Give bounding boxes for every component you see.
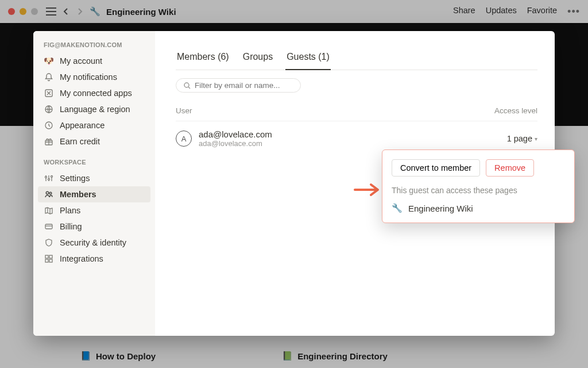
app-icon <box>44 88 54 98</box>
guest-row: A ada@lovelace.com ada@lovelace.com 1 pa… <box>176 129 537 148</box>
sliders-icon <box>44 173 54 183</box>
sidebar-account-header: FIG@MAKENOTION.COM <box>38 40 150 53</box>
grid-icon <box>44 254 54 264</box>
svg-point-7 <box>46 191 48 194</box>
tab-groups[interactable]: Groups <box>242 48 274 70</box>
column-access: Access level <box>446 106 537 115</box>
filter-input[interactable] <box>176 78 301 93</box>
wrench-icon: 🔧 <box>392 203 403 213</box>
filter-field[interactable] <box>195 81 293 90</box>
access-level-label: 1 page <box>507 134 532 143</box>
sidebar-item-label: Language & region <box>60 105 130 114</box>
clock-icon <box>44 120 54 131</box>
svg-rect-10 <box>45 255 48 258</box>
access-level-dropdown[interactable]: 1 page ▾ <box>446 134 537 143</box>
sidebar-item-label: My account <box>60 56 102 66</box>
sidebar-item-appearance[interactable]: Appearance <box>38 117 150 133</box>
search-icon <box>183 82 191 90</box>
callout-arrow-icon <box>354 183 380 197</box>
svg-point-6 <box>51 176 53 178</box>
map-icon <box>44 205 54 216</box>
sidebar-item-connected-apps[interactable]: My connected apps <box>38 85 150 101</box>
sidebar-item-label: My notifications <box>60 72 117 82</box>
column-user: User <box>176 106 446 115</box>
account-icon: 🐶 <box>44 56 54 66</box>
popover-caption: This guest can access these pages <box>392 186 565 195</box>
chevron-down-icon: ▾ <box>535 136 537 142</box>
sidebar-item-settings[interactable]: Settings <box>38 170 150 186</box>
avatar: A <box>176 131 192 147</box>
sidebar-item-label: Members <box>60 190 96 199</box>
sidebar-item-label: Earn credit <box>60 137 100 146</box>
sidebar-workspace-header: WORKSPACE <box>38 158 150 170</box>
card-icon <box>44 221 54 232</box>
settings-sidebar: FIG@MAKENOTION.COM 🐶 My account My notif… <box>33 31 155 336</box>
globe-icon <box>44 104 54 114</box>
svg-rect-11 <box>49 255 52 258</box>
sidebar-item-language[interactable]: Language & region <box>38 101 150 117</box>
tab-guests[interactable]: Guests (1) <box>285 48 331 70</box>
guest-email: ada@lovelace.com <box>199 139 446 148</box>
shield-icon <box>44 237 54 248</box>
guest-name: ada@lovelace.com <box>199 129 446 139</box>
sidebar-item-label: Security & identity <box>60 238 126 247</box>
gift-icon <box>44 136 54 147</box>
sidebar-item-billing[interactable]: Billing <box>38 218 150 235</box>
sidebar-item-label: Settings <box>60 174 90 183</box>
svg-point-8 <box>49 192 52 194</box>
sidebar-item-my-account[interactable]: 🐶 My account <box>38 53 150 69</box>
sidebar-item-notifications[interactable]: My notifications <box>38 69 150 85</box>
sidebar-item-plans[interactable]: Plans <box>38 202 150 218</box>
sidebar-item-label: Plans <box>60 206 80 215</box>
sidebar-item-label: Appearance <box>60 121 105 130</box>
sidebar-item-label: Billing <box>60 222 82 231</box>
sidebar-item-label: My connected apps <box>60 89 132 98</box>
accessible-page-link[interactable]: 🔧 Engineering Wiki <box>392 203 565 213</box>
tab-members[interactable]: Members (6) <box>176 48 230 70</box>
sidebar-item-label: Integrations <box>60 254 103 263</box>
svg-rect-13 <box>49 259 52 262</box>
sidebar-item-integrations[interactable]: Integrations <box>38 251 150 267</box>
svg-rect-9 <box>45 224 52 229</box>
convert-to-member-button[interactable]: Convert to member <box>392 159 480 177</box>
svg-point-14 <box>184 83 189 87</box>
people-icon <box>44 189 54 200</box>
bell-icon <box>44 72 54 82</box>
svg-point-4 <box>45 177 47 178</box>
sidebar-item-security[interactable]: Security & identity <box>38 235 150 251</box>
sidebar-item-earn-credit[interactable]: Earn credit <box>38 133 150 150</box>
svg-rect-12 <box>45 259 48 262</box>
svg-point-5 <box>48 179 50 181</box>
sidebar-item-members[interactable]: Members <box>38 186 150 202</box>
remove-button[interactable]: Remove <box>486 159 534 177</box>
accessible-page-label: Engineering Wiki <box>408 204 473 213</box>
guest-access-popover: Convert to member Remove This guest can … <box>382 150 575 223</box>
